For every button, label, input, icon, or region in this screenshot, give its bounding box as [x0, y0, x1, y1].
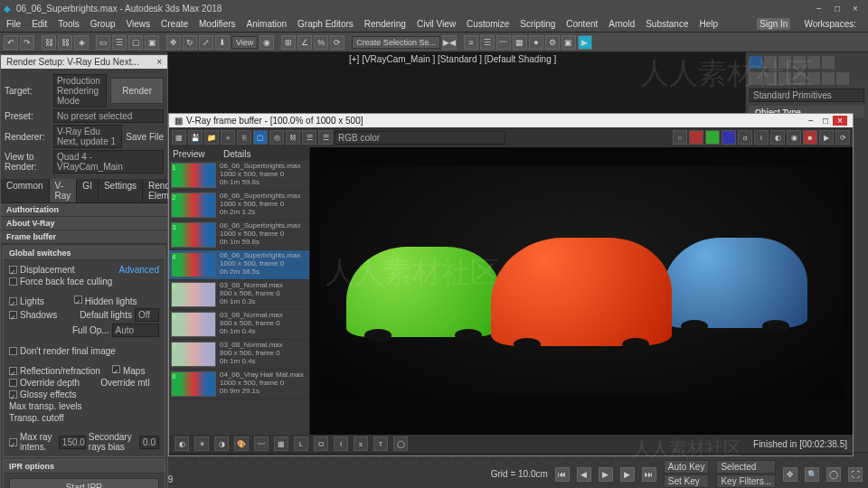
placement-icon[interactable]: ⬇	[215, 35, 230, 50]
history-item[interactable]: 206_06_Superbrights.max1000 x 500, frame…	[169, 191, 309, 221]
refcoord-dropdown[interactable]: View	[231, 36, 258, 49]
vfb-close-icon[interactable]: ×	[833, 116, 847, 126]
display-tab-icon[interactable]	[807, 56, 820, 69]
history-item[interactable]: 603_08_Normal.max800 x 506, frame 00h 1m…	[169, 310, 309, 340]
render-setup-icon[interactable]: ⚙	[545, 35, 560, 50]
vfb-render-view[interactable]	[310, 147, 853, 435]
tab-settings[interactable]: Settings	[99, 179, 143, 202]
bind-icon[interactable]: ◈	[74, 35, 89, 50]
vfb-load-icon[interactable]: 📁	[204, 130, 219, 145]
hierarchy-tab-icon[interactable]	[778, 56, 791, 69]
spinner-snap-icon[interactable]: ⟳	[330, 35, 344, 50]
vfb-green-icon[interactable]	[705, 130, 720, 145]
vfb-hue-icon[interactable]: 🎨	[234, 436, 249, 451]
dont-render-check[interactable]	[9, 347, 17, 355]
snap-icon[interactable]: ⊞	[281, 35, 296, 50]
vfb-region-icon[interactable]: ▢	[253, 130, 268, 145]
history-item[interactable]: 106_06_Superbrights.max1000 x 500, frame…	[169, 161, 309, 191]
play-next-icon[interactable]: ▶	[620, 467, 635, 482]
minimize-button[interactable]: −	[810, 4, 828, 14]
renderer-dropdown[interactable]: V-Ray Edu Next, update 1	[53, 125, 122, 148]
pivot-icon[interactable]: ◉	[259, 35, 274, 50]
scale-icon[interactable]: ⤢	[199, 35, 213, 50]
vfb-exposure-icon[interactable]: ☀	[194, 436, 209, 451]
tab-vray[interactable]: V-Ray	[50, 179, 78, 202]
vfb-red-icon[interactable]	[689, 130, 703, 145]
nav-max-icon[interactable]: ⛶	[848, 467, 863, 482]
menu-tools[interactable]: Tools	[55, 18, 81, 30]
play-start-icon[interactable]: ⏮	[555, 467, 570, 482]
vfb-bg-icon[interactable]: ▦	[274, 436, 288, 451]
vfb-alpha-icon[interactable]: α	[738, 130, 752, 145]
select-name-icon[interactable]: ☰	[112, 35, 127, 50]
shapes-icon[interactable]	[764, 72, 777, 85]
render-frame-icon[interactable]: ▣	[561, 35, 576, 50]
layers-icon[interactable]: ☰	[480, 35, 495, 50]
signin-button[interactable]: Sign In	[757, 18, 790, 30]
tab-common[interactable]: Common	[1, 179, 50, 202]
select-rect-icon[interactable]: ▢	[128, 35, 143, 50]
unlink-icon[interactable]: ⛓	[58, 35, 72, 50]
setkey-button[interactable]: Set Key	[664, 474, 710, 488]
rollout-framebuffer[interactable]: Frame buffer	[1, 230, 167, 244]
select-icon[interactable]: ▭	[96, 35, 110, 50]
forceback-check[interactable]	[9, 277, 17, 286]
maps-check[interactable]	[112, 365, 120, 373]
vfb-lens-icon[interactable]: ◉	[787, 130, 801, 145]
selected-filter[interactable]: Selected	[716, 460, 776, 474]
link-icon[interactable]: ⛓	[42, 35, 56, 50]
percent-snap-icon[interactable]: %	[314, 35, 328, 50]
menu-animation[interactable]: Animation	[244, 18, 289, 30]
view-dropdown[interactable]: Quad 4 - VRayCam_Main	[53, 150, 164, 174]
vfb-save-icon[interactable]: 💾	[188, 130, 203, 145]
vfb-settings-icon[interactable]: ☰	[318, 130, 333, 145]
shadows-check[interactable]	[9, 311, 17, 319]
menu-edit[interactable]: Edit	[29, 18, 50, 30]
play-icon[interactable]: ▶	[599, 467, 613, 482]
lights-icon[interactable]	[778, 72, 791, 85]
spacewarps-icon[interactable]	[822, 72, 835, 85]
window-crossing-icon[interactable]: ▣	[145, 35, 159, 50]
create-tab-icon[interactable]	[750, 56, 762, 69]
schematic-icon[interactable]: ▦	[513, 35, 527, 50]
render-setup-close-icon[interactable]: ×	[156, 57, 162, 67]
vfb-link-icon[interactable]: ⛓	[286, 130, 300, 145]
render-setup-titlebar[interactable]: Render Setup: V-Ray Edu Next... ×	[1, 55, 167, 69]
vfb-curve-icon[interactable]: 〰	[254, 436, 269, 451]
viewport-label[interactable]: [+] [VRayCam_Main ] [Standard ] [Default…	[349, 54, 556, 64]
angle-snap-icon[interactable]: ∠	[297, 35, 312, 50]
vfb-srgb-icon[interactable]: s	[354, 436, 368, 451]
align-icon[interactable]: ≡	[464, 35, 478, 50]
displacement-check[interactable]	[9, 266, 17, 274]
history-item[interactable]: 804_06_Vray Hair Mat.max1000 x 500, fram…	[169, 370, 309, 399]
menu-modifiers[interactable]: Modifiers	[196, 18, 239, 30]
maxray-input[interactable]: 150.0	[59, 436, 86, 449]
history-item[interactable]: 306_06_Superbrights.max1000 x 500, frame…	[169, 221, 309, 250]
override-depth-check[interactable]	[9, 379, 17, 387]
menu-civilview[interactable]: Civil View	[414, 18, 458, 30]
default-lights-dropdown[interactable]: Off	[135, 308, 159, 322]
vfb-info-icon[interactable]: i	[754, 130, 769, 145]
material-editor-icon[interactable]: ●	[529, 35, 543, 50]
menu-customize[interactable]: Customize	[464, 18, 512, 30]
cameras-icon[interactable]	[793, 72, 806, 85]
play-end-icon[interactable]: ⏭	[642, 467, 656, 482]
render-button[interactable]: Render	[110, 78, 164, 104]
vfb-cc-toggle-icon[interactable]: ◐	[175, 436, 189, 451]
rollout-ipr[interactable]: IPR options	[4, 460, 165, 474]
modify-tab-icon[interactable]	[764, 56, 777, 69]
utilities-tab-icon[interactable]	[822, 56, 835, 69]
vfb-icc-icon[interactable]: I	[334, 436, 348, 451]
lights-check[interactable]	[9, 297, 17, 305]
vfb-minimize-icon[interactable]: −	[804, 116, 818, 126]
menu-group[interactable]: Group	[88, 18, 118, 30]
selection-set-dropdown[interactable]: Create Selection Se...	[352, 36, 440, 49]
nav-orbit-icon[interactable]: ◯	[826, 467, 841, 482]
vfb-blue-icon[interactable]	[722, 130, 736, 145]
rotate-icon[interactable]: ↻	[183, 35, 197, 50]
menu-create[interactable]: Create	[158, 18, 191, 30]
target-dropdown[interactable]: Production Rendering Mode	[53, 74, 107, 108]
menu-rendering[interactable]: Rendering	[362, 18, 409, 30]
rollout-global[interactable]: Global switches	[4, 247, 165, 260]
undo-icon[interactable]: ↶	[4, 35, 18, 50]
